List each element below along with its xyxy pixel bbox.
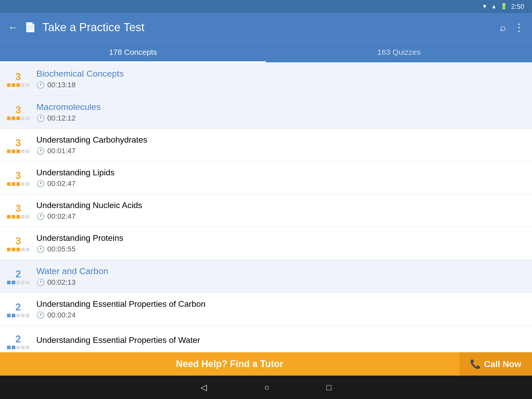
score-dot xyxy=(26,83,29,87)
app-bar: ← 📄 Take a Practice Test ⌕ ⋮ xyxy=(0,13,532,42)
score-dot xyxy=(16,248,20,251)
clock-icon: 🕐 xyxy=(36,212,45,221)
time-value: 00:01:47 xyxy=(47,147,76,155)
score-dot xyxy=(21,116,25,120)
clock-icon: 🕐 xyxy=(36,245,45,253)
item-title: Understanding Proteins xyxy=(36,233,524,243)
score-dot xyxy=(16,149,20,153)
score-dot xyxy=(16,345,20,349)
score-badge: 2 xyxy=(5,333,31,349)
score-dot xyxy=(12,116,15,120)
score-dot xyxy=(21,83,25,87)
item-title: Understanding Essential Properties of Wa… xyxy=(36,335,524,345)
item-title: Understanding Lipids xyxy=(36,168,524,177)
more-button[interactable]: ⋮ xyxy=(514,21,524,33)
score-number: 3 xyxy=(15,235,21,247)
status-time: 2:50 xyxy=(511,3,524,11)
banner-text: Need Help? Find a Tutor xyxy=(0,358,459,369)
list-item[interactable]: 2Understanding Essential Properties of C… xyxy=(0,293,532,326)
score-dot xyxy=(26,149,29,153)
list-item[interactable]: 3Understanding Carbohydrates🕐00:01:47 xyxy=(0,129,532,162)
phone-icon: 📞 xyxy=(470,359,481,369)
score-number: 3 xyxy=(15,203,21,214)
score-dot xyxy=(16,281,20,284)
item-title: Understanding Carbohydrates xyxy=(36,135,524,145)
item-title: Understanding Essential Properties of Ca… xyxy=(36,299,524,309)
score-dot xyxy=(12,314,15,317)
item-time: 🕐00:02:47 xyxy=(36,212,524,221)
tab-quizzes[interactable]: 163 Quizzes xyxy=(266,42,532,62)
score-dot xyxy=(21,314,25,317)
score-badge: 3 xyxy=(5,104,31,120)
score-dots xyxy=(7,83,29,87)
score-dot xyxy=(7,248,11,251)
status-icons: ▼ ▲ 🔋 2:50 xyxy=(482,3,524,11)
score-dot xyxy=(26,281,29,284)
score-dot xyxy=(21,248,25,251)
item-time: 🕐00:05:55 xyxy=(36,245,524,253)
score-dot xyxy=(12,149,15,153)
score-number: 3 xyxy=(15,137,21,148)
score-dot xyxy=(26,248,29,251)
score-dot xyxy=(7,83,11,87)
nav-back-button[interactable]: ◁ xyxy=(201,382,207,392)
score-dot xyxy=(7,116,11,120)
score-badge: 3 xyxy=(5,235,31,251)
list-item[interactable]: 3Biochemical Concepts🕐00:13:18 xyxy=(0,62,532,96)
score-badge: 3 xyxy=(5,137,31,153)
category-title: Biochemical Concepts xyxy=(36,69,524,79)
score-dot xyxy=(7,314,11,317)
nav-home-button[interactable]: ○ xyxy=(264,383,269,392)
search-button[interactable]: ⌕ xyxy=(500,22,506,33)
score-dot xyxy=(26,215,29,218)
score-dot xyxy=(21,182,25,186)
clock-icon: 🕐 xyxy=(36,278,45,287)
clock-icon: 🕐 xyxy=(36,81,45,89)
score-dot xyxy=(12,215,15,218)
score-dots xyxy=(7,345,29,349)
time-value: 00:12:12 xyxy=(47,114,76,122)
time-value: 00:00:24 xyxy=(47,311,76,319)
app-bar-left: ← 📄 Take a Practice Test xyxy=(8,21,144,34)
list-item[interactable]: 3Macromolecules🕐00:12:12 xyxy=(0,96,532,129)
page-title: Take a Practice Test xyxy=(42,21,144,34)
category-title: Macromolecules xyxy=(36,102,524,112)
item-title: Understanding Nucleic Acids xyxy=(36,201,524,210)
bottom-banner: Need Help? Find a Tutor 📞 Call Now xyxy=(0,352,532,376)
score-dot xyxy=(26,182,29,186)
score-badge: 2 xyxy=(5,301,31,317)
score-dot xyxy=(7,345,11,349)
score-number: 3 xyxy=(15,170,21,181)
nav-recent-button[interactable]: □ xyxy=(327,383,331,392)
time-value: 00:05:55 xyxy=(47,245,76,253)
status-bar: ▼ ▲ 🔋 2:50 xyxy=(0,0,532,13)
list-item[interactable]: 3Understanding Nucleic Acids🕐00:02:47 xyxy=(0,194,532,227)
time-value: 00:02:13 xyxy=(47,278,76,287)
score-number: 3 xyxy=(15,71,21,82)
score-badge: 2 xyxy=(5,268,31,284)
item-time: 🕐00:01:47 xyxy=(36,147,524,155)
score-dots xyxy=(7,314,29,317)
score-dot xyxy=(16,83,20,87)
score-number: 2 xyxy=(15,333,21,344)
score-dot xyxy=(12,281,15,284)
score-dot xyxy=(16,116,20,120)
list-item[interactable]: 2Water and Carbon🕐00:02:13 xyxy=(0,260,532,293)
score-number: 2 xyxy=(15,268,21,280)
score-dots xyxy=(7,182,29,186)
call-now-button[interactable]: 📞 Call Now xyxy=(459,352,532,376)
clock-icon: 🕐 xyxy=(36,147,45,155)
app-bar-right: ⌕ ⋮ xyxy=(500,21,524,33)
clock-icon: 🕐 xyxy=(36,180,45,188)
wifi-icon: ▼ xyxy=(482,3,488,10)
list-item[interactable]: 2Understanding Essential Properties of W… xyxy=(0,326,532,352)
time-value: 00:13:18 xyxy=(47,81,76,89)
item-time: 🕐00:12:12 xyxy=(36,114,524,122)
list-item[interactable]: 3Understanding Proteins🕐00:05:55 xyxy=(0,227,532,260)
content-list: 3Biochemical Concepts🕐00:13:183Macromole… xyxy=(0,62,532,352)
battery-icon: 🔋 xyxy=(500,3,507,10)
list-item[interactable]: 3Understanding Lipids🕐00:02:47 xyxy=(0,162,532,194)
tab-concepts[interactable]: 178 Concepts xyxy=(0,42,266,62)
back-button[interactable]: ← xyxy=(8,22,18,33)
score-dots xyxy=(7,215,29,218)
